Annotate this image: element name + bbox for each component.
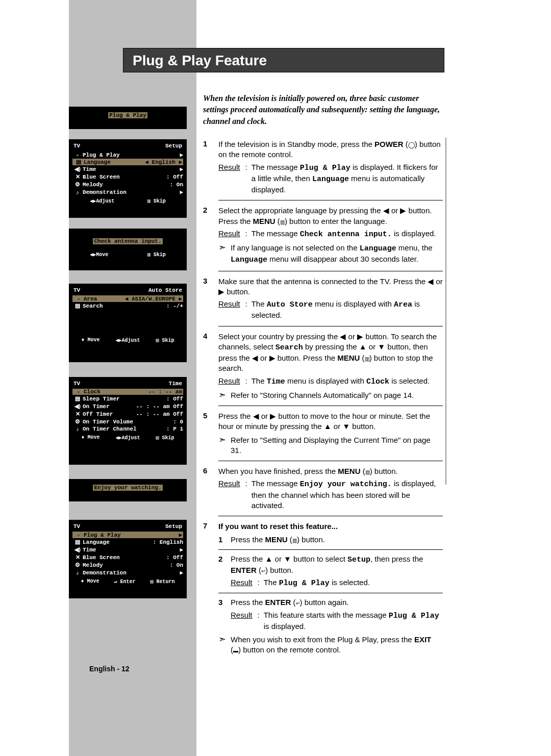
exit-icon: ▬ [233,648,238,653]
vertical-divider [445,138,446,485]
osd-menu-item: ▤Language◀ English ▶ [72,159,183,165]
osd-menu-item: ✕Blue Screen: Off [72,553,183,561]
note-icon: ➣ [218,390,231,399]
osd-plug-and-play: Plug & Play [69,107,187,129]
osd-enjoy-watching: Enjoy your watching. [69,479,187,501]
osd-menu-item: ◀)Time▶ [72,546,183,553]
osd-menu-item: ▫Plug & Play▶ [72,151,183,159]
enter-icon: ↵ [296,600,300,606]
step-7: 7 If you want to reset this feature... 1… [203,521,443,656]
note-icon: ➣ [218,435,231,444]
osd-menu-item: ◀)On Timer-- : -- am Off [72,402,183,410]
menu-icon: ▥ [365,469,370,475]
osd-menu-item: ✕Blue Screen: Off [72,173,183,181]
intro-text: When the television is initially powered… [203,93,443,127]
osd-menu-item: ◀)Time▶ [72,165,183,173]
menu-icon: ▥ [365,356,369,362]
step-3: 3 Make sure that the antenna is connecte… [203,276,443,321]
osd-time-menu: TVTime ▫Clock-- : -- am▤Sleep Timer: Off… [69,377,187,465]
osd-menu-item: ▤Search: -/+ [72,302,183,310]
step-1: 1 If the television is in Standby mode, … [203,139,443,195]
osd-menu-item: ▤Language: English [72,538,183,546]
osd-menu-item: ⚙On Timer Volume: 0 [72,418,183,425]
osd-setup-menu-2: TVSetup ▫Plug & Play▶▤Language: English◀… [69,520,187,598]
osd-auto-store: TVAuto Store ▫Area◀ ASIA/W.EUROPE ▶▤Sear… [69,284,187,362]
osd-menu-item: ▫Clock-- : -- am [72,389,183,395]
osd-menu-item: ♪Demonstration▶ [72,188,183,196]
osd-menu-item: ♪On Timer Channel: P 1 [72,425,183,433]
page-number: English - 12 [89,665,130,673]
osd-menu-item: ⚙Melody: On [72,181,183,188]
osd-menu-item: ⚙Melody: On [72,561,183,569]
step-4: 4 Select your country by pressing the ◀ … [203,332,443,401]
osd-menu-item: ▫Area◀ ASIA/W.EUROPE ▶ [72,295,183,302]
content-area: When the television is initially powered… [203,93,443,661]
step-6: 6 When you have finished, press the MENU… [203,466,443,511]
step-5: 5 Press the ◀ or ▶ button to move to the… [203,411,443,456]
step-2: 2 Select the appropriate language by pre… [203,206,443,265]
note-icon: ➣ [218,635,231,644]
divider [218,200,443,200]
osd-setup-menu: TVSetup ▫Plug & Play▶▤Language◀ English … [69,139,187,218]
manual-page: Plug & Play Feature When the television … [0,0,551,756]
osd-menu-item: ✕Off Timer-- : -- am Off [72,410,183,418]
osd-check-antenna: Check antenna input. ◀▶Move▥ Skip [69,229,187,270]
enter-icon: ↵ [261,568,265,574]
page-title: Plug & Play Feature [133,53,267,68]
title-bar: Plug & Play Feature [123,48,444,72]
note-icon: ➣ [218,243,231,252]
osd-menu-item: ♪Demonstration▶ [72,569,183,576]
menu-icon: ▥ [280,219,285,225]
menu-icon: ▥ [292,538,297,543]
osd-menu-item: ▤Sleep Timer: Off [72,395,183,402]
osd-menu-item: ▫Plug & Play▶ [72,532,183,538]
power-icon: ◯ [408,141,415,148]
